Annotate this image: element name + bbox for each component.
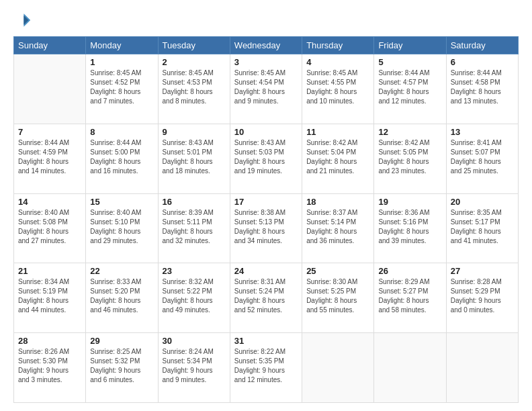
day-number: 29 xyxy=(90,336,153,346)
day-number: 5 xyxy=(378,57,441,67)
cell-info: Sunrise: 8:32 AM Sunset: 5:22 PM Dayligh… xyxy=(163,277,226,315)
cell-info: Sunrise: 8:25 AM Sunset: 5:32 PM Dayligh… xyxy=(90,347,153,385)
cell-info: Sunrise: 8:22 AM Sunset: 5:35 PM Dayligh… xyxy=(234,347,298,385)
day-number: 20 xyxy=(451,197,514,207)
weekday-tuesday: Tuesday xyxy=(158,37,230,54)
calendar-cell: 23Sunrise: 8:32 AM Sunset: 5:22 PM Dayli… xyxy=(158,263,230,333)
day-number: 18 xyxy=(306,197,369,207)
calendar-cell: 4Sunrise: 8:45 AM Sunset: 4:55 PM Daylig… xyxy=(302,54,374,124)
cell-info: Sunrise: 8:45 AM Sunset: 4:53 PM Dayligh… xyxy=(163,68,226,106)
week-row-2: 7Sunrise: 8:44 AM Sunset: 4:59 PM Daylig… xyxy=(14,124,519,193)
weekday-sunday: Sunday xyxy=(14,37,86,54)
day-number: 27 xyxy=(451,266,514,276)
calendar-cell: 1Sunrise: 8:45 AM Sunset: 4:52 PM Daylig… xyxy=(86,54,158,124)
calendar-cell: 15Sunrise: 8:40 AM Sunset: 5:10 PM Dayli… xyxy=(86,193,158,263)
calendar-cell: 6Sunrise: 8:44 AM Sunset: 4:58 PM Daylig… xyxy=(446,54,518,124)
calendar-cell: 10Sunrise: 8:43 AM Sunset: 5:03 PM Dayli… xyxy=(230,124,302,193)
day-number: 23 xyxy=(163,266,226,276)
calendar-cell: 13Sunrise: 8:41 AM Sunset: 5:07 PM Dayli… xyxy=(446,124,518,193)
weekday-thursday: Thursday xyxy=(302,37,374,54)
day-number: 12 xyxy=(378,127,441,137)
calendar-cell: 9Sunrise: 8:43 AM Sunset: 5:01 PM Daylig… xyxy=(158,124,230,193)
cell-info: Sunrise: 8:40 AM Sunset: 5:08 PM Dayligh… xyxy=(18,208,81,246)
cell-info: Sunrise: 8:30 AM Sunset: 5:25 PM Dayligh… xyxy=(306,277,369,315)
week-row-4: 21Sunrise: 8:34 AM Sunset: 5:19 PM Dayli… xyxy=(14,263,519,333)
cell-info: Sunrise: 8:44 AM Sunset: 4:58 PM Dayligh… xyxy=(451,68,514,106)
calendar-cell: 24Sunrise: 8:31 AM Sunset: 5:24 PM Dayli… xyxy=(230,263,302,333)
calendar-cell: 17Sunrise: 8:38 AM Sunset: 5:13 PM Dayli… xyxy=(230,193,302,263)
calendar-cell: 26Sunrise: 8:29 AM Sunset: 5:27 PM Dayli… xyxy=(374,263,446,333)
calendar-cell: 18Sunrise: 8:37 AM Sunset: 5:14 PM Dayli… xyxy=(302,193,374,263)
day-number: 11 xyxy=(306,127,369,137)
calendar-cell: 5Sunrise: 8:44 AM Sunset: 4:57 PM Daylig… xyxy=(374,54,446,124)
weekday-header-row: SundayMondayTuesdayWednesdayThursdayFrid… xyxy=(14,37,519,54)
calendar-cell: 20Sunrise: 8:35 AM Sunset: 5:17 PM Dayli… xyxy=(446,193,518,263)
calendar-cell: 27Sunrise: 8:28 AM Sunset: 5:29 PM Dayli… xyxy=(446,263,518,333)
page: SundayMondayTuesdayWednesdayThursdayFrid… xyxy=(0,0,532,411)
cell-info: Sunrise: 8:42 AM Sunset: 5:04 PM Dayligh… xyxy=(306,138,369,176)
weekday-friday: Friday xyxy=(374,37,446,54)
day-number: 7 xyxy=(18,127,81,137)
cell-info: Sunrise: 8:43 AM Sunset: 5:03 PM Dayligh… xyxy=(234,138,298,176)
cell-info: Sunrise: 8:26 AM Sunset: 5:30 PM Dayligh… xyxy=(18,347,81,385)
cell-info: Sunrise: 8:40 AM Sunset: 5:10 PM Dayligh… xyxy=(90,208,153,246)
calendar-cell xyxy=(302,333,374,403)
cell-info: Sunrise: 8:29 AM Sunset: 5:27 PM Dayligh… xyxy=(378,277,441,315)
cell-info: Sunrise: 8:41 AM Sunset: 5:07 PM Dayligh… xyxy=(451,138,514,176)
day-number: 22 xyxy=(90,266,153,276)
cell-info: Sunrise: 8:39 AM Sunset: 5:11 PM Dayligh… xyxy=(163,208,226,246)
calendar-cell: 8Sunrise: 8:44 AM Sunset: 5:00 PM Daylig… xyxy=(86,124,158,193)
logo-icon xyxy=(13,11,32,30)
day-number: 3 xyxy=(234,57,298,67)
cell-info: Sunrise: 8:44 AM Sunset: 4:59 PM Dayligh… xyxy=(18,138,81,176)
day-number: 21 xyxy=(18,266,81,276)
cell-info: Sunrise: 8:43 AM Sunset: 5:01 PM Dayligh… xyxy=(163,138,226,176)
weekday-saturday: Saturday xyxy=(446,37,518,54)
cell-info: Sunrise: 8:42 AM Sunset: 5:05 PM Dayligh… xyxy=(378,138,441,176)
calendar-cell: 29Sunrise: 8:25 AM Sunset: 5:32 PM Dayli… xyxy=(86,333,158,403)
day-number: 17 xyxy=(234,197,298,207)
day-number: 2 xyxy=(163,57,226,67)
calendar-cell: 22Sunrise: 8:33 AM Sunset: 5:20 PM Dayli… xyxy=(86,263,158,333)
day-number: 30 xyxy=(163,336,226,346)
day-number: 9 xyxy=(163,127,226,137)
calendar-cell xyxy=(446,333,518,403)
weekday-wednesday: Wednesday xyxy=(230,37,302,54)
calendar-cell: 12Sunrise: 8:42 AM Sunset: 5:05 PM Dayli… xyxy=(374,124,446,193)
weekday-monday: Monday xyxy=(86,37,158,54)
header xyxy=(13,11,519,30)
day-number: 25 xyxy=(306,266,369,276)
day-number: 28 xyxy=(18,336,81,346)
cell-info: Sunrise: 8:35 AM Sunset: 5:17 PM Dayligh… xyxy=(451,208,514,246)
calendar-cell: 21Sunrise: 8:34 AM Sunset: 5:19 PM Dayli… xyxy=(14,263,86,333)
cell-info: Sunrise: 8:36 AM Sunset: 5:16 PM Dayligh… xyxy=(378,208,441,246)
cell-info: Sunrise: 8:45 AM Sunset: 4:52 PM Dayligh… xyxy=(90,68,153,106)
week-row-5: 28Sunrise: 8:26 AM Sunset: 5:30 PM Dayli… xyxy=(14,333,519,403)
calendar-cell: 11Sunrise: 8:42 AM Sunset: 5:04 PM Dayli… xyxy=(302,124,374,193)
calendar-cell: 30Sunrise: 8:24 AM Sunset: 5:34 PM Dayli… xyxy=(158,333,230,403)
calendar-cell: 31Sunrise: 8:22 AM Sunset: 5:35 PM Dayli… xyxy=(230,333,302,403)
calendar-cell: 14Sunrise: 8:40 AM Sunset: 5:08 PM Dayli… xyxy=(14,193,86,263)
day-number: 26 xyxy=(378,266,441,276)
calendar-cell xyxy=(374,333,446,403)
day-number: 8 xyxy=(90,127,153,137)
day-number: 15 xyxy=(90,197,153,207)
calendar-table: SundayMondayTuesdayWednesdayThursdayFrid… xyxy=(13,36,519,403)
day-number: 14 xyxy=(18,197,81,207)
day-number: 16 xyxy=(163,197,226,207)
logo xyxy=(13,11,35,30)
day-number: 1 xyxy=(90,57,153,67)
day-number: 19 xyxy=(378,197,441,207)
calendar-cell: 16Sunrise: 8:39 AM Sunset: 5:11 PM Dayli… xyxy=(158,193,230,263)
cell-info: Sunrise: 8:44 AM Sunset: 4:57 PM Dayligh… xyxy=(378,68,441,106)
day-number: 4 xyxy=(306,57,369,67)
day-number: 24 xyxy=(234,266,298,276)
cell-info: Sunrise: 8:31 AM Sunset: 5:24 PM Dayligh… xyxy=(234,277,298,315)
day-number: 13 xyxy=(451,127,514,137)
calendar-cell: 3Sunrise: 8:45 AM Sunset: 4:54 PM Daylig… xyxy=(230,54,302,124)
week-row-3: 14Sunrise: 8:40 AM Sunset: 5:08 PM Dayli… xyxy=(14,193,519,263)
cell-info: Sunrise: 8:38 AM Sunset: 5:13 PM Dayligh… xyxy=(234,208,298,246)
calendar-cell: 25Sunrise: 8:30 AM Sunset: 5:25 PM Dayli… xyxy=(302,263,374,333)
calendar-cell: 19Sunrise: 8:36 AM Sunset: 5:16 PM Dayli… xyxy=(374,193,446,263)
cell-info: Sunrise: 8:45 AM Sunset: 4:55 PM Dayligh… xyxy=(306,68,369,106)
